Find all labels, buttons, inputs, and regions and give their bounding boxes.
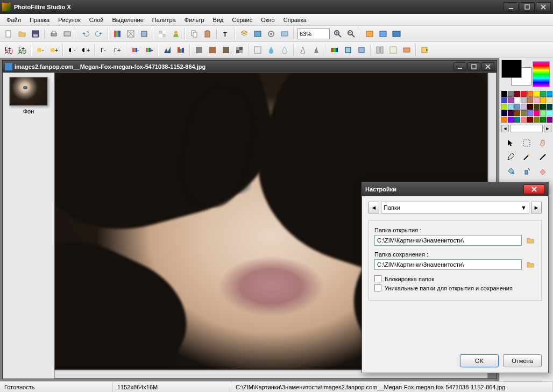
- palette-next-button[interactable]: ►: [544, 125, 551, 132]
- color-swatch[interactable]: [527, 104, 533, 110]
- explorer-icon[interactable]: [251, 27, 264, 40]
- saturation-minus-icon[interactable]: -: [129, 44, 142, 56]
- color-swatch[interactable]: [534, 110, 540, 116]
- document-titlebar[interactable]: images2.fanpop.com__Megan-Fox-megan-fox-…: [3, 61, 497, 73]
- tab-next-button[interactable]: ►: [531, 202, 542, 213]
- color-swatch[interactable]: [501, 104, 507, 110]
- selection-tool-icon[interactable]: [519, 137, 534, 149]
- color-swatch[interactable]: [521, 104, 527, 110]
- paste-icon[interactable]: [201, 27, 214, 40]
- color-swatch[interactable]: [547, 97, 552, 103]
- contrast-minus-icon[interactable]: -: [66, 44, 79, 56]
- menu-selection[interactable]: Выделение: [108, 16, 147, 24]
- blur-icon[interactable]: [265, 44, 278, 56]
- open-folder-input[interactable]: [374, 235, 522, 246]
- color-swatch[interactable]: [514, 110, 520, 116]
- color-swatch[interactable]: [534, 97, 540, 103]
- copy-icon[interactable]: [188, 27, 201, 40]
- gamma-dn-icon[interactable]: Γ-: [97, 44, 110, 56]
- dither-icon[interactable]: [233, 44, 246, 56]
- foreground-color[interactable]: [501, 60, 522, 78]
- module2-icon[interactable]: [387, 44, 400, 56]
- tab-select[interactable]: Папки▼: [381, 202, 529, 213]
- color-swatch[interactable]: [527, 97, 533, 103]
- color-swatch[interactable]: [501, 110, 507, 116]
- color-swatch[interactable]: [508, 110, 514, 116]
- sepia-icon[interactable]: [206, 44, 219, 56]
- doc-maximize-button[interactable]: [467, 62, 480, 71]
- module1-icon[interactable]: [373, 44, 386, 56]
- soften-icon[interactable]: [278, 44, 291, 56]
- open-folder-browse-icon[interactable]: [525, 236, 536, 245]
- preferences-icon[interactable]: [278, 27, 291, 40]
- grayscale-icon[interactable]: [193, 44, 205, 56]
- color-swatch[interactable]: [508, 117, 514, 123]
- canvas-size-icon[interactable]: [138, 27, 151, 40]
- open-icon[interactable]: [16, 27, 29, 40]
- save-icon[interactable]: [29, 27, 42, 40]
- histogram-icon[interactable]: [161, 44, 174, 56]
- photo-aged-icon[interactable]: [219, 44, 232, 56]
- automate-icon[interactable]: [265, 27, 278, 40]
- contrast-plus-icon[interactable]: +: [79, 44, 92, 56]
- menu-tools[interactable]: Сервис: [228, 16, 257, 24]
- text-icon[interactable]: T: [219, 27, 232, 40]
- plugin-icon[interactable]: [355, 44, 368, 56]
- color-swatch[interactable]: [547, 117, 552, 123]
- color-swatch[interactable]: [508, 91, 514, 97]
- layer-thumbnail[interactable]: [9, 77, 48, 106]
- color-swatch[interactable]: [514, 91, 520, 97]
- line-tool-icon[interactable]: [535, 151, 550, 163]
- gamma-up-icon[interactable]: Γ+: [111, 44, 124, 56]
- scan-icon[interactable]: [61, 27, 74, 40]
- color-swatch[interactable]: [501, 91, 507, 97]
- menu-palette[interactable]: Палитра: [148, 16, 180, 24]
- reinforce-icon[interactable]: [310, 44, 323, 56]
- menu-help[interactable]: Справка: [279, 16, 311, 24]
- dialog-titlebar[interactable]: Настройки: [362, 182, 548, 196]
- color-swatch[interactable]: [527, 117, 533, 123]
- menu-edit[interactable]: Правка: [25, 16, 54, 24]
- maximize-button[interactable]: [520, 2, 535, 12]
- ok-button[interactable]: OK: [460, 354, 499, 367]
- color-swatch[interactable]: [521, 91, 527, 97]
- menu-file[interactable]: Файл: [2, 16, 25, 24]
- color-swatch[interactable]: [534, 117, 540, 123]
- color-swatch[interactable]: [540, 104, 546, 110]
- minimize-button[interactable]: [504, 2, 519, 12]
- color-swatch[interactable]: [534, 104, 540, 110]
- color-swatch[interactable]: [547, 104, 552, 110]
- pointer-tool-icon[interactable]: [503, 137, 518, 149]
- zoom-input[interactable]: [297, 28, 330, 39]
- color-swatch[interactable]: [501, 117, 507, 123]
- doc-minimize-button[interactable]: [453, 62, 466, 71]
- wand-tool-icon[interactable]: [519, 151, 534, 163]
- color-swatch[interactable]: [534, 91, 540, 97]
- spectrum-picker[interactable]: [533, 61, 550, 87]
- run-icon[interactable]: [169, 27, 182, 40]
- color-swatch[interactable]: [547, 91, 552, 97]
- gamma-minus-icon[interactable]: Γ±AUTO: [2, 44, 15, 56]
- doc-close-button[interactable]: [481, 62, 494, 71]
- sharpen-icon[interactable]: [296, 44, 309, 56]
- color-swatch[interactable]: [540, 110, 546, 116]
- unique-folders-checkbox[interactable]: [374, 284, 381, 291]
- cancel-button[interactable]: Отмена: [503, 354, 542, 367]
- save-folder-input[interactable]: [374, 259, 522, 270]
- color-swatch[interactable]: [508, 104, 514, 110]
- menu-image[interactable]: Рисунок: [54, 16, 85, 24]
- menu-layer[interactable]: Слой: [85, 16, 108, 24]
- fit-icon[interactable]: [363, 27, 376, 40]
- module3-icon[interactable]: [400, 44, 413, 56]
- color-swatch[interactable]: [527, 91, 533, 97]
- color-swatch[interactable]: [527, 110, 533, 116]
- brightness-plus-icon[interactable]: +: [47, 44, 60, 56]
- menu-window[interactable]: Окно: [257, 16, 279, 24]
- zoom-out-icon[interactable]: [345, 27, 358, 40]
- redo-icon[interactable]: [93, 27, 105, 40]
- variations-icon[interactable]: [328, 44, 341, 56]
- photomask-icon[interactable]: [342, 44, 355, 56]
- color-swatch[interactable]: [540, 117, 546, 123]
- antialias-icon[interactable]: [251, 44, 264, 56]
- fit-window-icon[interactable]: [377, 27, 389, 40]
